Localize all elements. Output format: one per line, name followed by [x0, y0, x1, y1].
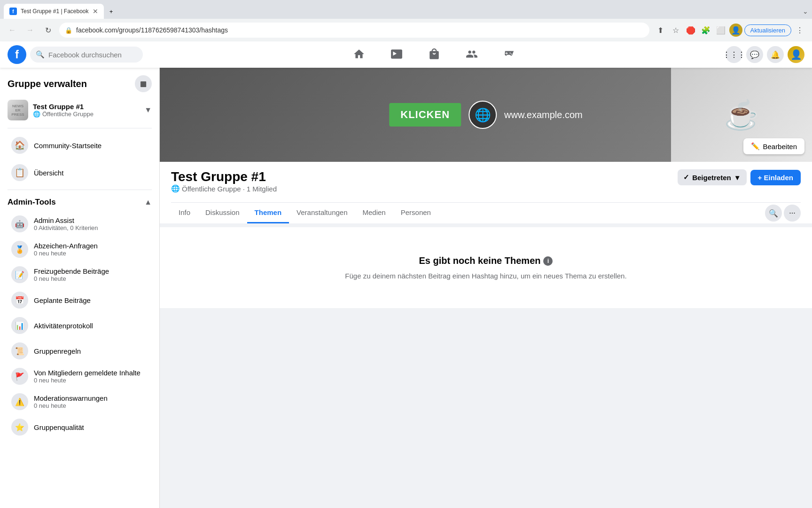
invite-button[interactable]: + Einladen [750, 170, 801, 185]
nav-gaming[interactable] [491, 41, 528, 68]
sidebar-item-reported-content[interactable]: 🚩 Von Mitgliedern gemeldete Inhalte 0 ne… [4, 364, 156, 389]
fb-main: Gruppe verwalten ▦ NEWSER PRESS Test Gru… [0, 68, 812, 508]
bookmark-button[interactable]: ☆ [669, 24, 682, 37]
cover-klicken-btn: KLICKEN [389, 103, 461, 127]
group-rules-icon: 📜 [11, 342, 28, 359]
reload-button[interactable]: ↻ [41, 24, 55, 37]
sidebar-item-activity-log[interactable]: 📊 Aktivitätenprotokoll [4, 313, 156, 338]
fb-content: KLICKEN 🌐 www.example.com ☕ ✏️ Bearbeite… [160, 68, 812, 508]
cover-url-text: www.example.com [504, 110, 583, 120]
scheduled-posts-icon: 📅 [11, 292, 28, 309]
reported-content-icon: 🚩 [11, 368, 28, 385]
messenger-button[interactable]: 💬 [746, 46, 763, 63]
group-type: 🌐 Öffentliche Gruppe [33, 111, 140, 118]
sidebar-divider-1 [8, 128, 152, 128]
sidebar-item-group-quality[interactable]: ⭐ Gruppenqualität [4, 415, 156, 439]
group-dropdown-icon[interactable]: ▼ [144, 106, 152, 114]
tab-info[interactable]: Info [171, 203, 198, 223]
edit-pencil-icon: ✏️ [751, 142, 760, 151]
nav-home[interactable] [340, 41, 378, 68]
cover-globe-icon: 🌐 [468, 101, 497, 129]
group-meta: 🌐 Öffentliche Gruppe · 1 Mitglied [171, 184, 277, 193]
cover-edit-button[interactable]: ✏️ Bearbeiten [743, 138, 804, 154]
group-quality-text: Gruppenqualität [34, 423, 148, 431]
user-avatar[interactable]: 👤 [788, 46, 804, 63]
joined-checkmark-icon: ✓ [683, 173, 689, 182]
sidebar-manage-title: Gruppe verwalten [8, 79, 87, 89]
url-text: facebook.com/groups/1187626598741303/has… [76, 26, 644, 34]
tab-themen[interactable]: Themen [247, 203, 289, 223]
admin-assist-label: Admin Assist [34, 216, 148, 224]
sidebar-toggle-button[interactable]: ▦ [135, 75, 152, 92]
group-thumbnail: NEWSER PRESS [8, 100, 28, 120]
activity-log-text: Aktivitätenprotokoll [34, 322, 148, 330]
extensions-button[interactable]: 🧩 [699, 24, 712, 37]
group-cover: KLICKEN 🌐 www.example.com ☕ ✏️ Bearbeite… [160, 68, 812, 162]
browser-actions: ⬆ ☆ 🛑 🧩 ⬜ 👤 Aktualisieren ⋮ [654, 24, 806, 37]
tab-personen[interactable]: Personen [393, 203, 438, 223]
menu-button[interactable]: ⋮ [793, 24, 806, 37]
browser-tab[interactable]: f Test Gruppe #1 | Facebook ✕ [4, 4, 104, 19]
group-title-row: Test Gruppe #1 🌐 Öffentliche Gruppe · 1 … [171, 169, 801, 198]
profile-button[interactable]: 👤 [729, 24, 742, 37]
nav-video[interactable] [378, 41, 415, 68]
activity-log-label: Aktivitätenprotokoll [34, 322, 148, 330]
moderation-warnings-label: Moderationswarnungen [34, 394, 148, 402]
tab-list-button[interactable]: ⌄ [803, 8, 808, 15]
tab-search-button[interactable]: 🔍 [765, 205, 782, 222]
group-main-title: Test Gruppe #1 [171, 169, 277, 184]
sidebar-item-badge-requests[interactable]: 🏅 Abzeichen-Anfragen 0 neu heute [4, 237, 156, 262]
columns-icon: ▦ [140, 79, 147, 88]
tab-veranstaltungen[interactable]: Veranstaltungen [289, 203, 355, 223]
info-icon[interactable]: i [543, 256, 553, 266]
share-button[interactable]: ⬆ [654, 24, 667, 37]
adblock-button[interactable]: 🛑 [684, 24, 697, 37]
pending-posts-text: Freizugebende Beiträge 0 neu heute [34, 267, 148, 282]
joined-button[interactable]: ✓ Beigetreten ▼ [678, 169, 746, 185]
search-input[interactable] [48, 51, 137, 59]
browser-address-bar: ← → ↻ 🔒 facebook.com/groups/118762659874… [0, 19, 812, 41]
sidebar-item-overview[interactable]: 📋 Übersicht [4, 159, 156, 186]
group-name: Test Gruppe #1 [33, 103, 140, 111]
notifications-button[interactable]: 🔔 [767, 46, 784, 63]
sidebar-item-group-rules[interactable]: 📜 Gruppenregeln [4, 339, 156, 363]
forward-button[interactable]: → [23, 24, 37, 37]
nav-groups[interactable] [453, 41, 491, 68]
tab-medien[interactable]: Medien [355, 203, 393, 223]
tab-more-button[interactable]: ··· [784, 205, 801, 222]
themes-empty-title: Es gibt noch keine Themen i [419, 255, 553, 266]
pending-posts-label: Freizugebende Beiträge [34, 267, 148, 275]
apps-button[interactable]: ⋮⋮⋮ [726, 46, 742, 63]
tab-close-icon[interactable]: ✕ [93, 8, 98, 15]
update-button[interactable]: Aktualisieren [744, 24, 791, 36]
badge-requests-text: Abzeichen-Anfragen 0 neu heute [34, 242, 148, 257]
admin-tools-toggle[interactable]: ▲ [144, 198, 152, 206]
globe-meta-icon: 🌐 [171, 184, 180, 193]
sidebar-divider-2 [8, 190, 152, 190]
sidebar-item-moderation-warnings[interactable]: ⚠️ Moderationswarnungen 0 neu heute [4, 389, 156, 414]
back-button[interactable]: ← [6, 24, 19, 37]
group-tabs: Info Diskussion Themen Veranstaltungen M… [171, 202, 801, 223]
moderation-warnings-icon: ⚠️ [11, 393, 28, 410]
lock-icon: 🔒 [65, 27, 72, 34]
sidebar-item-overview-label: Übersicht [34, 169, 63, 177]
sidebar-item-scheduled-posts[interactable]: 📅 Geplante Beiträge [4, 288, 156, 312]
moderation-warnings-count: 0 neu heute [34, 402, 148, 409]
url-bar[interactable]: 🔒 facebook.com/groups/1187626598741303/h… [59, 23, 649, 38]
globe-icon: 🌐 [33, 111, 40, 118]
badge-requests-label: Abzeichen-Anfragen [34, 242, 148, 250]
themes-empty-state: Es gibt noch keine Themen i Füge zu dein… [160, 227, 812, 308]
search-bar[interactable]: 🔍 [30, 47, 143, 63]
tab-diskussion[interactable]: Diskussion [198, 203, 247, 223]
sidebar-item-pending-posts[interactable]: 📝 Freizugebende Beiträge 0 neu heute [4, 262, 156, 287]
group-rules-text: Gruppenregeln [34, 347, 148, 355]
group-quality-icon: ⭐ [11, 419, 28, 436]
new-tab-button[interactable]: + [104, 4, 119, 19]
sidebar-item-admin-assist[interactable]: 🤖 Admin Assist 0 Aktivitäten, 0 Kriterie… [4, 212, 156, 236]
sidebar-item-community-label: Community-Startseite [34, 142, 102, 150]
split-view-button[interactable]: ⬜ [714, 24, 727, 37]
nav-marketplace[interactable] [415, 41, 453, 68]
admin-tools-header: Admin-Tools ▲ [0, 194, 159, 211]
sidebar-item-community[interactable]: 🏠 Community-Startseite [4, 132, 156, 159]
community-icon: 🏠 [11, 137, 28, 154]
